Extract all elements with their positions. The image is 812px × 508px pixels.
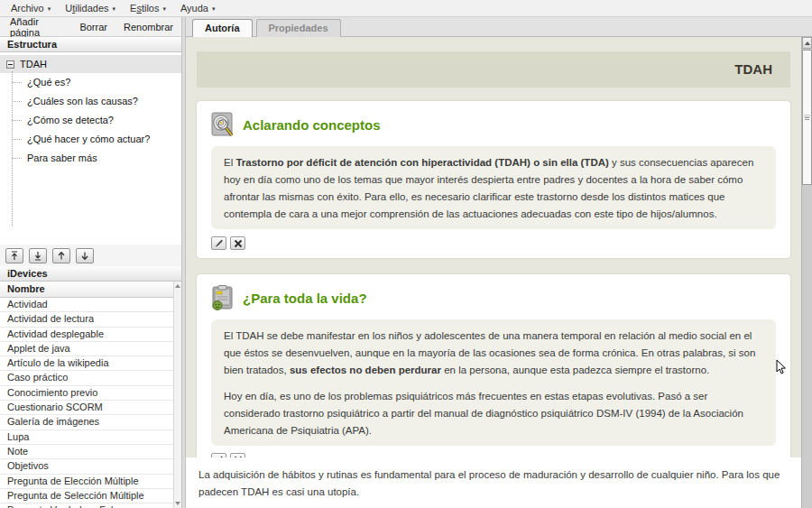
idevice-box-para-toda-la-vida: ¿Para toda la vida? El TDAH se debe mani…	[197, 274, 790, 457]
tab-propiedades[interactable]: Propiedades	[256, 19, 341, 37]
idevices-column-header[interactable]: Nombre	[0, 282, 173, 298]
move-to-bottom-button[interactable]	[29, 248, 47, 263]
rename-page-button[interactable]: Renombrar	[115, 19, 181, 35]
arrow-up-icon	[57, 251, 66, 261]
free-text-paragraph: La adquisición de hábitos y rutinas es f…	[186, 457, 801, 501]
node-move-toolbar	[0, 245, 181, 266]
idevice-item[interactable]: Galería de imágenes	[0, 415, 173, 429]
menu-ayuda[interactable]: Ayuda ▾	[174, 1, 224, 15]
dropdown-caret-icon: ▾	[162, 5, 166, 12]
structure-tree: TDAH ¿Qué es? ¿Cuáles son las causas? ¿C…	[0, 52, 181, 245]
tree-node-causas[interactable]: ¿Cuáles son las causas?	[12, 92, 181, 111]
idevice-item[interactable]: Pregunta de Selección Múltiple	[0, 489, 173, 503]
idevice-title: Aclarando conceptos	[243, 117, 381, 133]
page-title: TDAH	[197, 51, 790, 88]
tree-node-root[interactable]: TDAH	[0, 55, 181, 73]
tree-node-que-es[interactable]: ¿Qué es?	[12, 73, 181, 92]
idevice-item[interactable]: Actividad	[0, 298, 173, 312]
idevice-content: El TDAH se debe manifestar en los niños …	[211, 319, 776, 446]
edit-idevice-button[interactable]	[211, 236, 226, 250]
tab-autoria[interactable]: Autoría	[192, 19, 253, 37]
delete-x-icon	[234, 239, 243, 248]
idevices-list: Actividad Actividad de lectura Actividad…	[0, 298, 173, 508]
arrow-down-icon	[80, 251, 89, 261]
idevice-item[interactable]: Artículo de la wikipedia	[0, 356, 173, 371]
collapse-icon[interactable]	[6, 60, 14, 69]
tree-root-label: TDAH	[20, 59, 47, 69]
arrow-down-bar-icon	[33, 251, 42, 261]
idevice-actions	[211, 236, 776, 250]
scroll-up-icon[interactable]	[175, 284, 180, 288]
idevice-item[interactable]: Conocimiento previo	[0, 386, 173, 401]
menu-label: Ayuda	[180, 3, 208, 14]
idevice-item[interactable]: Caso práctico	[0, 371, 173, 385]
idevice-item[interactable]: Lupa	[0, 430, 173, 445]
idevice-item[interactable]: Objetivos	[0, 459, 173, 474]
idevice-title-row: Aclarando conceptos	[211, 112, 776, 137]
paragraph: Hoy en día, es uno de los problemas psiq…	[224, 388, 763, 439]
scrollbar-thumb[interactable]	[802, 50, 812, 185]
menubar: Archivo ▾ Utilidades ▾ Estilos ▾ Ayuda ▾	[0, 0, 812, 17]
main-tabs: Autoría Propiedades	[186, 17, 812, 37]
arrow-up-bar-icon	[10, 251, 19, 261]
add-page-button[interactable]: Añadir página	[2, 14, 71, 41]
idevice-item[interactable]: Applet de java	[0, 342, 173, 356]
page-toolbar: Añadir página Borrar Renombrar	[0, 17, 181, 37]
delete-idevice-button[interactable]	[230, 236, 245, 250]
mouse-cursor-icon	[776, 359, 787, 377]
scroll-up-icon	[805, 42, 810, 45]
paragraph: El Trastorno por déficit de atención con…	[224, 154, 763, 223]
idevice-item[interactable]: Actividad de lectura	[0, 312, 173, 327]
idevice-content: El Trastorno por déficit de atención con…	[211, 146, 776, 229]
pencil-icon	[214, 455, 224, 457]
idevice-item[interactable]: Note	[0, 445, 173, 459]
menu-label: U	[65, 3, 72, 14]
idevices-scrollbar[interactable]	[173, 282, 181, 508]
idevice-item[interactable]: Cuestionario SCORM	[0, 401, 173, 415]
structure-panel-header: Estructura	[0, 37, 181, 52]
scrollbar-up-button[interactable]	[802, 37, 812, 49]
dropdown-caret-icon: ▾	[212, 5, 216, 12]
idevice-item[interactable]: Pregunta Verdadero-Falso	[0, 503, 173, 508]
exelearning-window: Archivo ▾ Utilidades ▾ Estilos ▾ Ayuda ▾…	[0, 0, 812, 508]
move-up-button[interactable]	[52, 248, 70, 263]
dropdown-caret-icon: ▾	[48, 5, 51, 12]
main-scrollbar[interactable]	[801, 37, 812, 508]
dropdown-caret-icon: ▾	[113, 5, 116, 12]
tree-node-detecta[interactable]: ¿Cómo se detecta?	[12, 111, 181, 130]
idevice-box-aclarando: Aclarando conceptos El Trastorno por déf…	[197, 101, 790, 258]
menu-label: Archivo	[11, 3, 44, 14]
delete-idevice-button[interactable]	[230, 453, 245, 457]
idevice-title-row: ¿Para toda la vida?	[211, 285, 776, 310]
paragraph: El TDAH se debe manifestar en los niños …	[224, 328, 763, 379]
reading-target-icon	[211, 112, 234, 137]
case-study-icon	[211, 285, 234, 310]
tree-node-saber-mas[interactable]: Para saber más	[12, 149, 181, 168]
menu-estilos[interactable]: Estilos ▾	[124, 1, 174, 15]
edit-idevice-button[interactable]	[211, 453, 226, 457]
delete-x-icon	[234, 456, 243, 458]
authoring-area: TDAH Aclarando conceptos	[186, 37, 801, 508]
delete-page-button[interactable]: Borrar	[71, 19, 115, 35]
tree-node-actuar[interactable]: ¿Qué hacer y cómo actuar?	[12, 130, 181, 149]
idevice-title: ¿Para toda la vida?	[243, 291, 367, 306]
package-content: TDAH Aclarando conceptos	[186, 37, 801, 457]
idevices-panel-header: iDevices	[0, 266, 181, 282]
move-to-top-button[interactable]	[5, 248, 23, 263]
scroll-down-icon[interactable]	[175, 502, 180, 505]
pencil-icon	[214, 238, 224, 248]
move-down-button[interactable]	[76, 248, 94, 263]
idevice-item[interactable]: Actividad desplegable	[0, 328, 173, 342]
tree-children: ¿Qué es? ¿Cuáles son las causas? ¿Cómo s…	[12, 73, 181, 168]
idevice-item[interactable]: Pregunta de Elección Múltiple	[0, 475, 173, 489]
